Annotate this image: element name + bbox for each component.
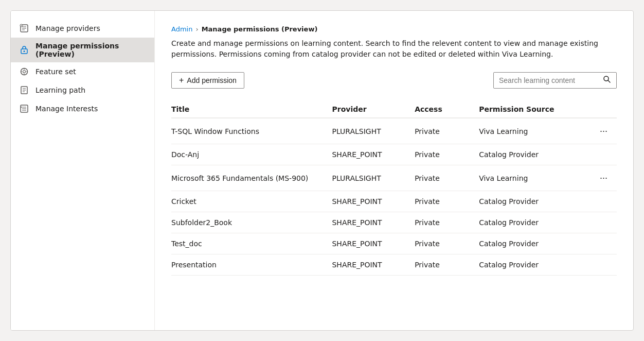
col-header-title: Title [171, 101, 332, 118]
sidebar-item-feature-set-label: Feature set [35, 67, 76, 76]
cell-title: Doc-Anj [171, 144, 332, 165]
cell-permission-source: Viva Learning [479, 118, 580, 144]
add-permission-button[interactable]: + Add permission [171, 72, 244, 89]
row-more-options-button[interactable]: ··· [597, 172, 611, 184]
cell-actions [580, 212, 617, 233]
cell-actions: ··· [580, 165, 617, 191]
cell-access: Private [415, 165, 479, 191]
cell-title: Microsoft 365 Fundamentals (MS-900) [171, 165, 332, 191]
cell-provider: PLURALSIGHT [332, 118, 415, 144]
cell-permission-source: Catalog Provider [479, 212, 580, 233]
col-header-access: Access [415, 101, 479, 118]
table-header-row: Title Provider Access Permission Source [171, 101, 617, 118]
cell-title: Presentation [171, 254, 332, 276]
sidebar-item-manage-interests-label: Manage Interests [35, 105, 98, 113]
cell-provider: SHARE_POINT [332, 191, 415, 212]
sidebar: Manage providers Manage permissions (Pre… [11, 11, 155, 330]
cell-title: T-SQL Window Functions [171, 118, 332, 144]
breadcrumb: Admin › Manage permissions (Preview) [171, 25, 617, 33]
search-box [493, 72, 617, 89]
row-more-options-button[interactable]: ··· [597, 125, 611, 138]
feature-set-icon [19, 66, 29, 77]
cell-access: Private [415, 212, 479, 233]
svg-rect-23 [21, 107, 22, 108]
svg-line-25 [608, 80, 610, 82]
col-header-permission-source: Permission Source [479, 101, 580, 118]
table-row: CricketSHARE_POINTPrivateCatalog Provide… [171, 191, 617, 212]
cell-permission-source: Catalog Provider [479, 233, 580, 254]
svg-point-10 [23, 71, 26, 73]
sidebar-item-learning-path[interactable]: Learning path [11, 81, 154, 99]
cell-actions: ··· [580, 118, 617, 144]
plus-icon: + [179, 76, 184, 85]
learning-path-icon [19, 85, 29, 95]
sidebar-item-manage-interests[interactable]: Manage Interests [11, 99, 154, 118]
cell-permission-source: Viva Learning [479, 165, 580, 191]
table-row: Doc-AnjSHARE_POINTPrivateCatalog Provide… [171, 144, 617, 165]
cell-provider: PLURALSIGHT [332, 165, 415, 191]
page-description: Create and manage permissions on learnin… [171, 38, 614, 60]
manage-interests-icon [19, 104, 29, 114]
table-row: PresentationSHARE_POINTPrivateCatalog Pr… [171, 254, 617, 276]
cell-actions [580, 254, 617, 276]
table-container: Title Provider Access Permission Source … [171, 101, 617, 316]
cell-provider: SHARE_POINT [332, 233, 415, 254]
cell-provider: SHARE_POINT [332, 212, 415, 233]
cell-actions [580, 144, 617, 165]
search-icon[interactable] [603, 75, 611, 86]
cell-access: Private [415, 233, 479, 254]
table-row: T-SQL Window FunctionsPLURALSIGHTPrivate… [171, 118, 617, 144]
permissions-table: Title Provider Access Permission Source … [171, 101, 617, 276]
cell-permission-source: Catalog Provider [479, 191, 580, 212]
cell-access: Private [415, 118, 479, 144]
cell-permission-source: Catalog Provider [479, 254, 580, 276]
cell-provider: SHARE_POINT [332, 144, 415, 165]
cell-access: Private [415, 254, 479, 276]
sidebar-item-manage-providers-label: Manage providers [35, 24, 100, 32]
breadcrumb-parent[interactable]: Admin [171, 25, 192, 33]
cell-access: Private [415, 144, 479, 165]
cell-title: Test_doc [171, 233, 332, 254]
main-content: Admin › Manage permissions (Preview) Cre… [155, 11, 633, 330]
sidebar-item-manage-permissions[interactable]: Manage permissions (Preview) [11, 38, 154, 62]
sidebar-item-learning-path-label: Learning path [35, 86, 85, 94]
breadcrumb-current: Manage permissions (Preview) [202, 25, 318, 33]
add-permission-label: Add permission [187, 76, 237, 84]
cell-title: Cricket [171, 191, 332, 212]
sidebar-item-manage-providers[interactable]: Manage providers [11, 19, 154, 38]
cell-actions [580, 191, 617, 212]
table-row: Microsoft 365 Fundamentals (MS-900)PLURA… [171, 165, 617, 191]
sidebar-item-manage-permissions-label: Manage permissions (Preview) [35, 42, 146, 58]
col-header-provider: Provider [332, 101, 415, 118]
breadcrumb-separator: › [195, 25, 198, 33]
app-window: Manage providers Manage permissions (Pre… [10, 10, 634, 331]
manage-permissions-icon [19, 45, 29, 55]
svg-point-8 [24, 50, 25, 52]
search-input[interactable] [499, 76, 599, 84]
cell-provider: SHARE_POINT [332, 254, 415, 276]
cell-actions [580, 233, 617, 254]
sidebar-item-feature-set[interactable]: Feature set [11, 62, 154, 81]
toolbar: + Add permission [171, 72, 617, 89]
cell-permission-source: Catalog Provider [479, 144, 580, 165]
table-row: Subfolder2_BookSHARE_POINTPrivateCatalog… [171, 212, 617, 233]
cell-access: Private [415, 191, 479, 212]
table-row: Test_docSHARE_POINTPrivateCatalog Provid… [171, 233, 617, 254]
cell-title: Subfolder2_Book [171, 212, 332, 233]
manage-providers-icon [19, 23, 29, 33]
col-header-actions [580, 101, 617, 118]
